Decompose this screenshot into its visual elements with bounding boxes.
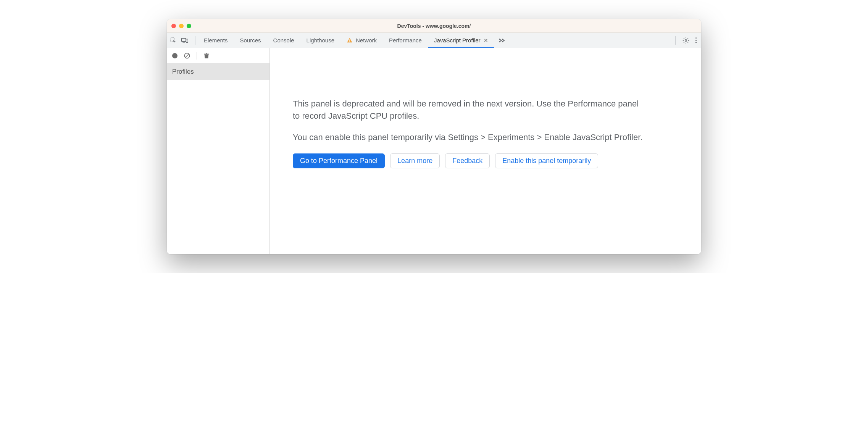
tab-label: Network — [356, 37, 377, 44]
tab-label: Console — [273, 37, 294, 44]
record-icon[interactable] — [171, 52, 178, 59]
traffic-lights — [171, 24, 191, 28]
tab-strip: Elements Sources Console Lighthouse Netw… — [198, 33, 510, 48]
button-row: Go to Performance Panel Learn more Feedb… — [293, 153, 678, 168]
tab-label: JavaScript Profiler — [434, 37, 481, 44]
window-close-button[interactable] — [171, 24, 176, 28]
svg-rect-4 — [349, 39, 350, 41]
tab-network[interactable]: Network — [340, 33, 383, 48]
notice-paragraph-1: This panel is deprecated and will be rem… — [293, 98, 644, 122]
warning-icon — [347, 37, 353, 44]
devtools-window: DevTools - www.google.com/ Elements Sou — [167, 19, 701, 254]
sidebar-divider — [197, 52, 197, 60]
tab-javascript-profiler[interactable]: JavaScript Profiler ✕ — [428, 33, 494, 48]
tab-label: Elements — [204, 37, 228, 44]
toolbar-divider — [195, 36, 195, 45]
sidebar-item-profiles[interactable]: Profiles — [167, 63, 269, 80]
window-minimize-button[interactable] — [179, 24, 184, 28]
notice-paragraph-2: You can enable this panel temporarily vi… — [293, 131, 644, 144]
clear-icon[interactable] — [184, 52, 190, 59]
inspect-element-icon[interactable] — [170, 37, 177, 44]
feedback-button[interactable]: Feedback — [445, 153, 490, 168]
toolbar-left — [170, 36, 198, 45]
more-tabs-button[interactable] — [494, 33, 510, 48]
svg-rect-11 — [206, 53, 207, 53]
main-toolbar: Elements Sources Console Lighthouse Netw… — [167, 33, 701, 48]
tab-sources[interactable]: Sources — [234, 33, 267, 48]
toolbar-right — [675, 36, 698, 45]
tab-elements[interactable]: Elements — [198, 33, 234, 48]
tab-console[interactable]: Console — [267, 33, 300, 48]
sidebar-toolbar — [167, 48, 269, 63]
sidebar-item-label: Profiles — [172, 68, 194, 75]
svg-rect-5 — [349, 41, 350, 42]
tab-label: Sources — [240, 37, 261, 44]
window-titlebar: DevTools - www.google.com/ — [167, 19, 701, 33]
main-panel: This panel is deprecated and will be rem… — [270, 48, 701, 254]
tab-label: Performance — [389, 37, 422, 44]
gear-icon[interactable] — [682, 37, 689, 44]
tab-performance[interactable]: Performance — [383, 33, 428, 48]
svg-point-7 — [172, 53, 177, 58]
svg-line-9 — [185, 53, 189, 58]
toolbar-divider — [675, 36, 676, 45]
sidebar: Profiles — [167, 48, 270, 254]
window-zoom-button[interactable] — [187, 24, 191, 28]
trash-icon[interactable] — [203, 52, 210, 59]
kebab-menu-icon[interactable] — [694, 36, 698, 45]
tab-lighthouse[interactable]: Lighthouse — [300, 33, 340, 48]
svg-rect-3 — [186, 39, 188, 42]
go-to-performance-button[interactable]: Go to Performance Panel — [293, 153, 385, 168]
svg-point-6 — [685, 39, 687, 41]
panel-content: Profiles This panel is deprecated and wi… — [167, 48, 701, 254]
close-icon[interactable]: ✕ — [484, 37, 488, 44]
enable-temporarily-button[interactable]: Enable this panel temporarily — [495, 153, 598, 168]
learn-more-button[interactable]: Learn more — [390, 153, 440, 168]
svg-rect-10 — [204, 53, 209, 54]
tab-label: Lighthouse — [307, 37, 334, 44]
deprecation-notice: This panel is deprecated and will be rem… — [293, 98, 644, 144]
device-toggle-icon[interactable] — [181, 37, 188, 44]
svg-rect-1 — [182, 38, 186, 41]
window-title: DevTools - www.google.com/ — [167, 23, 701, 29]
